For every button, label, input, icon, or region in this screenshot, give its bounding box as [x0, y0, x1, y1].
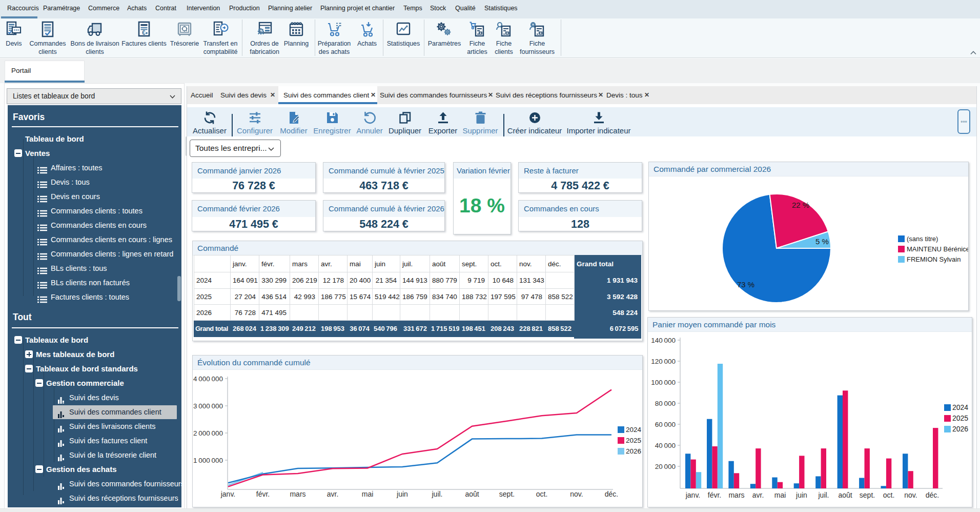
svg-text:1 000 000: 1 000 000	[193, 457, 223, 464]
svg-text:nov.: nov.	[904, 491, 917, 499]
svg-text:juin: juin	[795, 491, 807, 499]
svg-text:(sans titre): (sans titre)	[907, 235, 938, 243]
svg-text:oct.: oct.	[883, 491, 895, 499]
svg-text:80 000: 80 000	[655, 400, 676, 407]
svg-text:oct.: oct.	[536, 490, 548, 498]
svg-text:juin: juin	[396, 490, 408, 498]
svg-text:22 %: 22 %	[792, 201, 809, 209]
svg-text:MAINTENU Bérénice: MAINTENU Bérénice	[907, 245, 968, 253]
svg-text:2024: 2024	[626, 426, 642, 434]
svg-text:déc.: déc.	[605, 490, 618, 498]
svg-text:100 000: 100 000	[651, 379, 676, 386]
svg-text:mai: mai	[362, 490, 374, 498]
svg-text:40 000: 40 000	[655, 442, 676, 449]
svg-text:févr.: févr.	[256, 490, 270, 498]
svg-text:juil.: juil.	[431, 490, 442, 498]
svg-text:sept.: sept.	[499, 490, 515, 498]
svg-text:73 %: 73 %	[737, 280, 754, 289]
svg-text:140 000: 140 000	[651, 337, 676, 344]
svg-text:janv.: janv.	[220, 490, 236, 498]
svg-text:févr.: févr.	[708, 491, 721, 499]
svg-text:avr.: avr.	[327, 490, 339, 498]
svg-text:2026: 2026	[952, 425, 968, 433]
svg-text:2025: 2025	[626, 437, 641, 444]
svg-text:août: août	[465, 490, 479, 498]
svg-text:août: août	[838, 491, 852, 499]
svg-text:4 000 000: 4 000 000	[193, 375, 223, 383]
svg-text:FREMION Sylvain: FREMION Sylvain	[907, 255, 961, 263]
svg-text:120 000: 120 000	[651, 358, 676, 365]
svg-text:janv.: janv.	[685, 491, 701, 499]
svg-text:2024: 2024	[952, 403, 968, 411]
svg-text:2 000 000: 2 000 000	[193, 429, 223, 437]
svg-text:60 000: 60 000	[655, 421, 676, 428]
svg-text:5 %: 5 %	[815, 237, 829, 246]
svg-text:€: €	[142, 29, 146, 36]
svg-text:mars: mars	[728, 491, 744, 499]
svg-text:2025: 2025	[952, 414, 968, 422]
svg-text:mai: mai	[774, 491, 786, 499]
svg-text:juil.: juil.	[818, 491, 829, 499]
svg-text:mars: mars	[290, 490, 305, 498]
svg-text:nov.: nov.	[570, 490, 583, 498]
svg-text:3 000 000: 3 000 000	[193, 402, 223, 410]
svg-text:avr.: avr.	[752, 491, 764, 499]
svg-text:2026: 2026	[626, 447, 641, 455]
svg-text:déc.: déc.	[926, 491, 939, 499]
svg-text:20 000: 20 000	[655, 463, 676, 470]
svg-text:sept.: sept.	[860, 491, 875, 499]
